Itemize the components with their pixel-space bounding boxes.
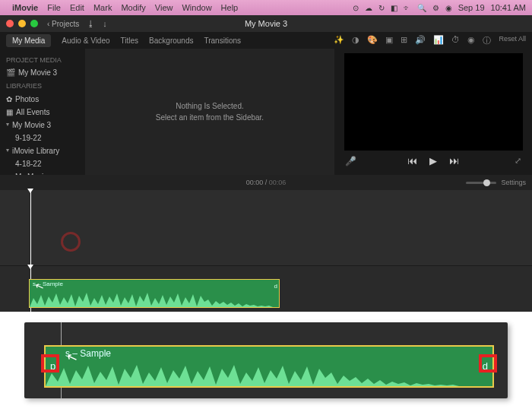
timeline-header: 00:00 / 00:06 Settings	[0, 175, 532, 190]
sidebar-item-event-date1[interactable]: 9-19-22	[6, 132, 79, 144]
sidebar-item-project[interactable]: 🎬My Movie 3	[6, 66, 79, 79]
browser-header: My Media Audio & Video Titles Background…	[0, 32, 532, 49]
tab-my-media[interactable]: My Media	[6, 34, 51, 47]
toolbar-icons: ⭳ ↓	[87, 19, 107, 28]
sidebar-item-all-events[interactable]: ▦All Events	[6, 106, 79, 119]
traffic-lights	[6, 20, 38, 27]
sidebar-item-photos[interactable]: ✿Photos	[6, 93, 79, 106]
siri-icon[interactable]: ◉	[445, 4, 452, 12]
control-center-icon[interactable]: ⚙	[432, 4, 439, 12]
enhance-icon[interactable]: ✨	[334, 35, 344, 46]
tab-titles[interactable]: Titles	[121, 36, 139, 45]
menu-modify[interactable]: Modify	[121, 3, 145, 12]
time-machine-icon[interactable]: ↻	[378, 4, 385, 12]
voiceover-icon[interactable]: 🎤	[345, 156, 356, 166]
sidebar-section-libraries: LIBRARIES	[6, 81, 79, 92]
import-icon[interactable]: ⭳	[87, 19, 95, 28]
app-menu[interactable]: iMovie	[12, 3, 38, 12]
noise-reduction-icon[interactable]: 📊	[433, 35, 444, 46]
reset-all-button[interactable]: Reset All	[499, 35, 526, 46]
prev-button[interactable]: ⏮	[407, 155, 417, 166]
display-icon[interactable]: ◧	[391, 4, 397, 12]
back-to-projects-button[interactable]: ‹ Projects	[47, 20, 79, 28]
window-titlebar: ‹ Projects ⭳ ↓ My Movie 3	[0, 15, 532, 32]
volume-icon[interactable]: 🔊	[415, 35, 426, 46]
audio-clip[interactable]: s – Sample d	[29, 279, 280, 308]
waveform-icon	[46, 362, 494, 386]
window-title: My Movie 3	[245, 19, 287, 28]
media-browser[interactable]: Nothing Is Selected. Select an item from…	[85, 49, 334, 175]
grid-icon: ▦	[6, 106, 13, 119]
zoom-audio-clip[interactable]: s – Sample p d	[44, 345, 494, 388]
minimize-button[interactable]	[18, 20, 26, 27]
close-button[interactable]	[6, 20, 14, 27]
menu-help[interactable]: Help	[221, 3, 239, 12]
viewer-panel: 🎤 ⏮ ▶ ⏭ ⤢	[334, 49, 532, 175]
playhead[interactable]	[30, 190, 31, 265]
menubar-date[interactable]: Sep 19	[458, 3, 485, 12]
empty-state-text: Nothing Is Selected. Select an item from…	[156, 100, 264, 123]
info-icon[interactable]: ⓘ	[483, 35, 491, 46]
timeline-video-track[interactable]	[0, 190, 532, 266]
zoom-slider[interactable]	[466, 182, 496, 184]
adjustment-toolbar: ✨ ◑ 🎨 ▣ ⊞ 🔊 📊 ⏱ ◉ ⓘ Reset All	[334, 35, 526, 46]
menu-edit[interactable]: Edit	[70, 3, 84, 12]
menu-view[interactable]: View	[155, 3, 173, 12]
fullscreen-icon[interactable]: ⤢	[515, 156, 521, 166]
stabilization-icon[interactable]: ⊞	[401, 35, 407, 46]
menubar-time[interactable]: 10:41 AM	[491, 3, 526, 12]
download-icon[interactable]: ↓	[103, 19, 107, 28]
color-correction-icon[interactable]: 🎨	[367, 35, 378, 46]
crop-icon[interactable]: ▣	[385, 35, 393, 46]
sidebar-section-media: PROJECT MEDIA	[6, 55, 79, 66]
library-sidebar[interactable]: PROJECT MEDIA 🎬My Movie 3 LIBRARIES ✿Pho…	[0, 49, 85, 175]
search-icon[interactable]: 🔍	[417, 4, 426, 12]
waveform-icon	[30, 290, 280, 307]
clapperboard-icon: 🎬	[6, 66, 15, 79]
macos-menubar: iMovie File Edit Mark Modify View Window…	[0, 0, 532, 15]
menu-file[interactable]: File	[47, 3, 61, 12]
viewer-canvas[interactable]	[344, 53, 523, 151]
annotation-box-right	[479, 354, 497, 373]
sidebar-item-mymovie3[interactable]: ▾My Movie 3	[6, 119, 79, 132]
tab-audio-video[interactable]: Audio & Video	[62, 36, 109, 45]
tab-transitions[interactable]: Transitions	[204, 36, 241, 45]
main-area: PROJECT MEDIA 🎬My Movie 3 LIBRARIES ✿Pho…	[0, 49, 532, 175]
zoom-view: s – Sample p d ↖	[24, 322, 508, 398]
filter-icon[interactable]: ◉	[467, 35, 475, 46]
timeline[interactable]: s – Sample d ↖	[0, 190, 532, 312]
menu-window[interactable]: Window	[182, 3, 211, 12]
sidebar-item-event-date2[interactable]: 4-18-22	[6, 157, 79, 170]
menu-mark[interactable]: Mark	[93, 3, 112, 12]
clip-right-handle[interactable]: d	[274, 283, 277, 290]
tutorial-zoom-panel: s – Sample p d ↖	[0, 312, 532, 409]
cloud-icon[interactable]: ☁	[365, 4, 372, 12]
settings-button[interactable]: Settings	[501, 179, 526, 186]
wifi-icon[interactable]: ᯤ	[404, 4, 411, 12]
playback-controls: 🎤 ⏮ ▶ ⏭ ⤢	[340, 155, 526, 166]
menubar-right: ⊙ ☁ ↻ ◧ ᯤ 🔍 ⚙ ◉ Sep 19 10:41 AM	[353, 3, 526, 12]
fullscreen-button[interactable]	[30, 20, 38, 27]
speed-icon[interactable]: ⏱	[451, 35, 460, 46]
screen-recording-icon[interactable]: ⊙	[353, 4, 359, 12]
tab-backgrounds[interactable]: Backgrounds	[149, 36, 193, 45]
timecode-display: 00:00 / 00:06	[246, 179, 287, 186]
annotation-circle	[61, 232, 81, 252]
photos-icon: ✿	[6, 93, 12, 106]
next-button[interactable]: ⏭	[449, 155, 459, 166]
play-button[interactable]: ▶	[429, 155, 437, 166]
chevron-down-icon[interactable]: ▾	[6, 145, 9, 156]
chevron-down-icon[interactable]: ▾	[6, 119, 9, 130]
timeline-settings-group: Settings	[466, 179, 526, 186]
color-balance-icon[interactable]: ◑	[352, 35, 359, 46]
sidebar-item-imovie-library[interactable]: ▾iMovie Library	[6, 144, 79, 157]
annotation-box-left	[41, 354, 59, 373]
